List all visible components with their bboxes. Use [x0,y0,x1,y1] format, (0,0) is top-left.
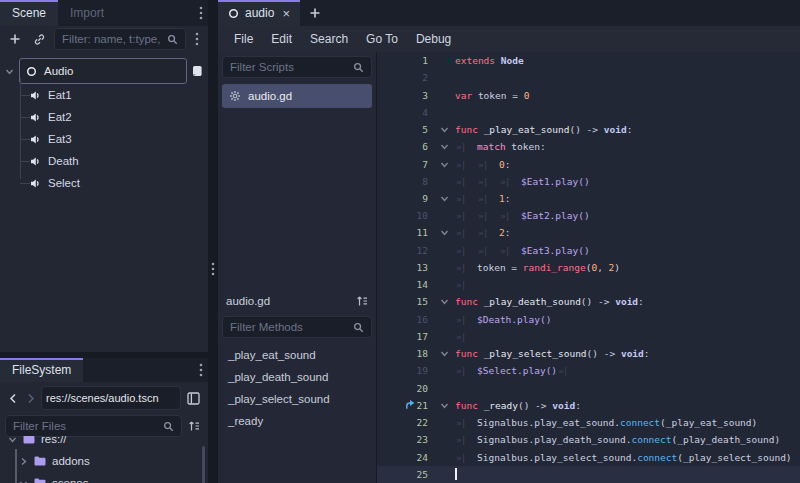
menu-file[interactable]: File [225,32,262,46]
code-line-16[interactable]: 16»|$Death.play() [377,311,800,328]
code-line-22[interactable]: 22»|Signalbus.play_eat_sound.connect(_pl… [377,414,800,431]
nav-forward-button[interactable] [23,387,39,409]
code-line-25[interactable]: 25 [377,466,800,483]
code-line-3[interactable]: 3var token = 0 [377,86,800,103]
method-item-play_death_sound[interactable]: _play_death_sound [222,366,372,388]
code-editor[interactable]: 1extends Node23var token = 045func _play… [377,52,800,483]
code-line-11[interactable]: 11»|»|2: [377,224,800,241]
code-line-5[interactable]: 5func _play_eat_sound() -> void: [377,121,800,138]
scene-tree-node-eat2[interactable]: Eat2 [0,106,208,128]
gdscript-gear-icon [229,90,241,102]
code-line-8[interactable]: 8»|»|»|$Eat1.play() [377,173,800,190]
current-path-field[interactable]: res://scenes/audio.tscn [41,386,181,410]
tree-relationship-line [15,449,17,483]
scene-dock-menu-icon[interactable] [194,0,208,26]
scene-tree-node-eat1[interactable]: Eat1 [0,84,208,106]
fold-chevron-icon[interactable] [433,194,455,203]
code-line-1[interactable]: 1extends Node [377,52,800,69]
code-line-6[interactable]: 6»|match token: [377,138,800,155]
code-line-13[interactable]: 13»|token = randi_range(0, 2) [377,259,800,276]
code-line-21[interactable]: 21func _ready() -> void: [377,397,800,414]
toggle-split-mode-button[interactable] [183,387,203,409]
tab-audio-scene[interactable]: audio × [218,0,300,26]
fold-chevron-icon[interactable] [433,401,455,410]
tab-import[interactable]: Import [58,0,116,26]
tab-marker-icon: »| [455,279,477,290]
method-item-ready[interactable]: _ready [222,410,372,432]
code-line-7[interactable]: 7»|»|0: [377,155,800,172]
tab-audio-label: audio [245,6,274,20]
audio-player-icon [30,134,41,145]
filter-scripts-input[interactable]: Filter Scripts [222,56,372,78]
fold-chevron-icon[interactable] [433,349,455,358]
chevron-down-icon[interactable] [19,479,28,483]
code-line-9[interactable]: 9»|»|1: [377,190,800,207]
scene-filter-input[interactable]: Filter: name, t:type, [54,28,186,50]
new-tab-button[interactable] [300,0,330,26]
scene-tree-node-select[interactable]: Select [0,172,208,194]
fold-chevron-icon[interactable] [433,228,455,237]
scripts-panel: Filter Scripts audio.gd audio.gd Filter … [218,52,376,483]
code-line-17[interactable]: 17»| [377,328,800,345]
chevron-down-icon[interactable] [8,436,17,444]
scrollbar[interactable] [202,446,205,483]
filesystem-item-scenes[interactable]: scenes [0,472,208,483]
fold-chevron-icon[interactable] [433,142,455,151]
menu-debug[interactable]: Debug [407,32,460,46]
code-line-4[interactable]: 4 [377,104,800,121]
code-line-10[interactable]: 10»|»|»|$Eat2.play() [377,207,800,224]
scene-tree-node-death[interactable]: Death [0,150,208,172]
method-item-play_eat_sound[interactable]: _play_eat_sound [222,344,372,366]
menu-edit[interactable]: Edit [262,32,301,46]
methods-list: _play_eat_sound_play_death_sound_play_se… [222,344,372,432]
filter-methods-input[interactable]: Filter Methods [222,316,372,338]
filesystem-menu-icon[interactable] [194,358,208,382]
code-line-19[interactable]: 19»|$Select.play()»| [377,362,800,379]
code-line-18[interactable]: 18func _play_select_sound() -> void: [377,345,800,362]
plus-icon [309,7,321,19]
script-list-item-audio-gd[interactable]: audio.gd [222,84,372,108]
filter-files-input[interactable]: Filter Files [5,415,182,437]
filter-scripts-placeholder: Filter Scripts [230,61,353,73]
filesystem-nav: res://scenes/audio.tscn [0,386,208,410]
audio-player-icon [30,178,41,189]
code-line-2[interactable]: 2 [377,69,800,86]
connected-signal-icon[interactable] [405,399,416,412]
scene-tree-root-row[interactable]: Audio [0,58,208,84]
code-line-20[interactable]: 20 [377,379,800,396]
method-item-play_select_sound[interactable]: _play_select_sound [222,388,372,410]
nav-back-button[interactable] [5,387,21,409]
code-line-12[interactable]: 12»|»|»|$Eat3.play() [377,242,800,259]
fold-chevron-icon[interactable] [433,125,455,134]
instance-scene-button[interactable] [28,28,50,50]
scene-toolbar-menu-icon[interactable] [190,32,204,46]
dock-splitter[interactable] [208,0,218,483]
sort-methods-icon[interactable] [356,295,368,307]
menu-go-to[interactable]: Go To [357,32,407,46]
code-line-15[interactable]: 15func _play_death_sound() -> void: [377,293,800,310]
filesystem-item-res[interactable]: res:// [0,436,208,450]
node-name-edit-box[interactable]: Audio [19,58,187,84]
chevron-right-icon[interactable] [19,457,28,466]
tab-marker-icon: »| [455,434,477,445]
add-node-button[interactable] [4,28,26,50]
code-line-23[interactable]: 23»|Signalbus.play_death_sound.connect(_… [377,431,800,448]
line-number: 21 [377,400,433,411]
attached-script-icon[interactable] [191,65,203,77]
code-line-24[interactable]: 24»|Signalbus.play_select_sound.connect(… [377,448,800,465]
scene-tree-node-eat3[interactable]: Eat3 [0,128,208,150]
menu-search[interactable]: Search [301,32,357,46]
current-script-label: audio.gd [226,295,356,307]
tab-scene[interactable]: Scene [0,0,58,26]
fold-chevron-icon[interactable] [433,297,455,306]
code-line-14[interactable]: 14»| [377,276,800,293]
close-icon[interactable]: × [282,6,290,21]
tab-filesystem[interactable]: FileSystem [0,358,83,382]
filesystem-item-addons[interactable]: addons [0,450,208,472]
tab-marker-icon: »| [499,245,521,256]
chevron-down-icon[interactable] [5,67,14,76]
file-sort-button[interactable] [185,415,203,437]
chain-link-icon [33,33,46,46]
line-number: 7 [377,159,433,170]
fold-chevron-icon[interactable] [433,160,455,169]
